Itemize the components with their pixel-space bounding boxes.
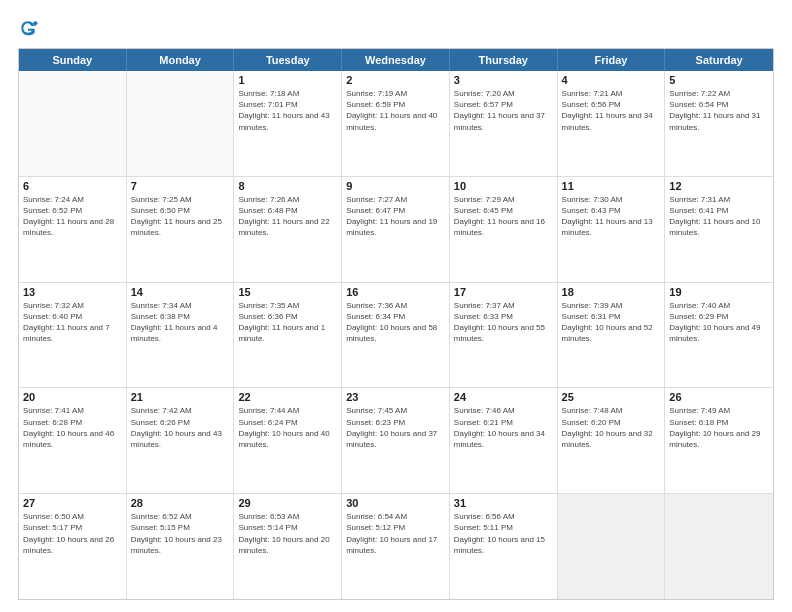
calendar-cell: 21Sunrise: 7:42 AM Sunset: 6:26 PM Dayli… [127,388,235,493]
day-info: Sunrise: 7:36 AM Sunset: 6:34 PM Dayligh… [346,300,445,345]
calendar-cell: 25Sunrise: 7:48 AM Sunset: 6:20 PM Dayli… [558,388,666,493]
day-info: Sunrise: 7:22 AM Sunset: 6:54 PM Dayligh… [669,88,769,133]
day-info: Sunrise: 7:40 AM Sunset: 6:29 PM Dayligh… [669,300,769,345]
header [18,18,774,38]
calendar-cell: 10Sunrise: 7:29 AM Sunset: 6:45 PM Dayli… [450,177,558,282]
calendar-cell [19,71,127,176]
day-info: Sunrise: 7:27 AM Sunset: 6:47 PM Dayligh… [346,194,445,239]
calendar-cell: 17Sunrise: 7:37 AM Sunset: 6:33 PM Dayli… [450,283,558,388]
day-number: 8 [238,180,337,192]
day-info: Sunrise: 7:39 AM Sunset: 6:31 PM Dayligh… [562,300,661,345]
calendar-cell: 24Sunrise: 7:46 AM Sunset: 6:21 PM Dayli… [450,388,558,493]
calendar-cell: 16Sunrise: 7:36 AM Sunset: 6:34 PM Dayli… [342,283,450,388]
day-number: 16 [346,286,445,298]
day-number: 11 [562,180,661,192]
day-info: Sunrise: 7:34 AM Sunset: 6:38 PM Dayligh… [131,300,230,345]
day-number: 6 [23,180,122,192]
day-number: 31 [454,497,553,509]
day-info: Sunrise: 7:30 AM Sunset: 6:43 PM Dayligh… [562,194,661,239]
calendar-cell: 2Sunrise: 7:19 AM Sunset: 6:59 PM Daylig… [342,71,450,176]
day-info: Sunrise: 7:31 AM Sunset: 6:41 PM Dayligh… [669,194,769,239]
day-number: 20 [23,391,122,403]
day-number: 25 [562,391,661,403]
day-number: 18 [562,286,661,298]
day-info: Sunrise: 6:56 AM Sunset: 5:11 PM Dayligh… [454,511,553,556]
header-day-friday: Friday [558,49,666,71]
day-info: Sunrise: 7:21 AM Sunset: 6:56 PM Dayligh… [562,88,661,133]
day-info: Sunrise: 7:26 AM Sunset: 6:48 PM Dayligh… [238,194,337,239]
calendar-cell: 31Sunrise: 6:56 AM Sunset: 5:11 PM Dayli… [450,494,558,599]
calendar-row-3: 13Sunrise: 7:32 AM Sunset: 6:40 PM Dayli… [19,283,773,389]
day-number: 13 [23,286,122,298]
calendar-cell: 1Sunrise: 7:18 AM Sunset: 7:01 PM Daylig… [234,71,342,176]
calendar-cell: 29Sunrise: 6:53 AM Sunset: 5:14 PM Dayli… [234,494,342,599]
day-number: 9 [346,180,445,192]
calendar-cell: 9Sunrise: 7:27 AM Sunset: 6:47 PM Daylig… [342,177,450,282]
day-number: 14 [131,286,230,298]
day-info: Sunrise: 7:25 AM Sunset: 6:50 PM Dayligh… [131,194,230,239]
day-info: Sunrise: 7:44 AM Sunset: 6:24 PM Dayligh… [238,405,337,450]
calendar-cell: 18Sunrise: 7:39 AM Sunset: 6:31 PM Dayli… [558,283,666,388]
calendar-body: 1Sunrise: 7:18 AM Sunset: 7:01 PM Daylig… [19,71,773,599]
calendar-header: SundayMondayTuesdayWednesdayThursdayFrid… [19,49,773,71]
header-day-saturday: Saturday [665,49,773,71]
calendar: SundayMondayTuesdayWednesdayThursdayFrid… [18,48,774,600]
calendar-cell [127,71,235,176]
calendar-cell: 26Sunrise: 7:49 AM Sunset: 6:18 PM Dayli… [665,388,773,493]
calendar-cell [665,494,773,599]
day-number: 2 [346,74,445,86]
header-day-wednesday: Wednesday [342,49,450,71]
calendar-cell: 7Sunrise: 7:25 AM Sunset: 6:50 PM Daylig… [127,177,235,282]
day-info: Sunrise: 7:32 AM Sunset: 6:40 PM Dayligh… [23,300,122,345]
day-info: Sunrise: 7:37 AM Sunset: 6:33 PM Dayligh… [454,300,553,345]
calendar-cell: 11Sunrise: 7:30 AM Sunset: 6:43 PM Dayli… [558,177,666,282]
day-number: 15 [238,286,337,298]
calendar-row-2: 6Sunrise: 7:24 AM Sunset: 6:52 PM Daylig… [19,177,773,283]
calendar-cell: 12Sunrise: 7:31 AM Sunset: 6:41 PM Dayli… [665,177,773,282]
day-info: Sunrise: 7:24 AM Sunset: 6:52 PM Dayligh… [23,194,122,239]
calendar-cell: 19Sunrise: 7:40 AM Sunset: 6:29 PM Dayli… [665,283,773,388]
calendar-cell: 22Sunrise: 7:44 AM Sunset: 6:24 PM Dayli… [234,388,342,493]
day-info: Sunrise: 7:29 AM Sunset: 6:45 PM Dayligh… [454,194,553,239]
calendar-cell: 23Sunrise: 7:45 AM Sunset: 6:23 PM Dayli… [342,388,450,493]
day-number: 23 [346,391,445,403]
logo-icon [18,18,38,38]
calendar-cell: 27Sunrise: 6:50 AM Sunset: 5:17 PM Dayli… [19,494,127,599]
header-day-sunday: Sunday [19,49,127,71]
day-number: 4 [562,74,661,86]
day-info: Sunrise: 7:48 AM Sunset: 6:20 PM Dayligh… [562,405,661,450]
calendar-cell: 3Sunrise: 7:20 AM Sunset: 6:57 PM Daylig… [450,71,558,176]
calendar-cell: 13Sunrise: 7:32 AM Sunset: 6:40 PM Dayli… [19,283,127,388]
header-day-thursday: Thursday [450,49,558,71]
day-info: Sunrise: 6:54 AM Sunset: 5:12 PM Dayligh… [346,511,445,556]
day-info: Sunrise: 7:41 AM Sunset: 6:28 PM Dayligh… [23,405,122,450]
day-number: 5 [669,74,769,86]
calendar-cell: 15Sunrise: 7:35 AM Sunset: 6:36 PM Dayli… [234,283,342,388]
calendar-cell: 14Sunrise: 7:34 AM Sunset: 6:38 PM Dayli… [127,283,235,388]
calendar-row-1: 1Sunrise: 7:18 AM Sunset: 7:01 PM Daylig… [19,71,773,177]
day-number: 12 [669,180,769,192]
day-info: Sunrise: 7:35 AM Sunset: 6:36 PM Dayligh… [238,300,337,345]
calendar-row-5: 27Sunrise: 6:50 AM Sunset: 5:17 PM Dayli… [19,494,773,599]
calendar-cell: 6Sunrise: 7:24 AM Sunset: 6:52 PM Daylig… [19,177,127,282]
calendar-cell: 28Sunrise: 6:52 AM Sunset: 5:15 PM Dayli… [127,494,235,599]
day-info: Sunrise: 6:53 AM Sunset: 5:14 PM Dayligh… [238,511,337,556]
day-info: Sunrise: 7:18 AM Sunset: 7:01 PM Dayligh… [238,88,337,133]
day-info: Sunrise: 7:46 AM Sunset: 6:21 PM Dayligh… [454,405,553,450]
header-day-tuesday: Tuesday [234,49,342,71]
day-number: 22 [238,391,337,403]
day-info: Sunrise: 6:50 AM Sunset: 5:17 PM Dayligh… [23,511,122,556]
day-info: Sunrise: 7:19 AM Sunset: 6:59 PM Dayligh… [346,88,445,133]
day-number: 1 [238,74,337,86]
day-number: 27 [23,497,122,509]
day-number: 10 [454,180,553,192]
day-info: Sunrise: 7:20 AM Sunset: 6:57 PM Dayligh… [454,88,553,133]
day-number: 17 [454,286,553,298]
calendar-cell: 20Sunrise: 7:41 AM Sunset: 6:28 PM Dayli… [19,388,127,493]
logo [18,18,42,38]
day-info: Sunrise: 7:42 AM Sunset: 6:26 PM Dayligh… [131,405,230,450]
day-number: 24 [454,391,553,403]
day-number: 3 [454,74,553,86]
day-info: Sunrise: 6:52 AM Sunset: 5:15 PM Dayligh… [131,511,230,556]
day-number: 26 [669,391,769,403]
